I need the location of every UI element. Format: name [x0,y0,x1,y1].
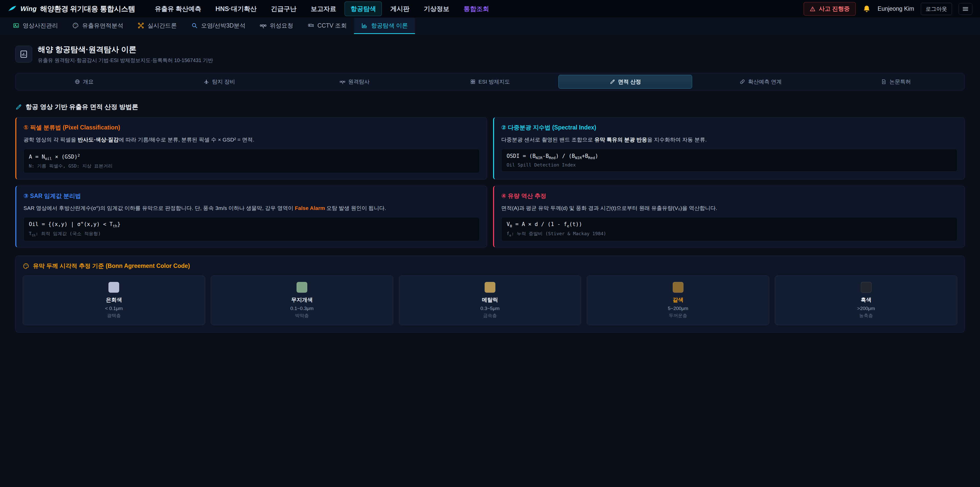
top-nav-item[interactable]: 보고자료 [305,2,342,16]
sub-nav-item[interactable]: 항공탐색 이론 [354,18,415,34]
top-nav-item[interactable]: 유출유 확산예측 [149,2,207,16]
area-estimation-section: 항공 영상 기반 유출유 면적 산정 방법론 ① 픽셀 분류법 (Pixel C… [15,103,965,247]
method-card-title: ② 다중분광 지수법 (Spectral Index) [501,124,957,131]
theory-tab[interactable]: 논문특허 [829,75,963,89]
page-subtitle: 유출유 원격탐지·항공감시 기법·ESI 방제정보지도·등록특허 10-1567… [38,57,213,64]
top-nav-item[interactable]: 게시판 [384,2,415,16]
top-nav-item[interactable]: HNS·대기확산 [210,2,262,16]
bonn-color-name: 흑색 [778,296,954,303]
theory-tab-label: 면적 산정 [618,78,641,85]
color-swatch [673,282,683,293]
sub-nav-item-label: 위성요청 [270,22,293,30]
method-formula-block: A = Noil × (GSD)2N: 기름 픽셀수, GSD: 지상 표본거리 [24,149,479,173]
hamburger-menu-button[interactable] [959,3,972,15]
logout-button[interactable]: 로그아웃 [921,3,952,15]
doc-icon [881,79,886,85]
method-card-body: 다중분광 센서로 촬영된 밴드 조합으로 유막 특유의 분광 반응을 지수화하여… [501,135,957,144]
plane-icon [204,79,209,85]
bonn-color-code-section: 유막 두께 시각적 추정 기준 (Bonn Agreement Color Co… [15,255,965,332]
sub-nav-item[interactable]: 영상사진관리 [6,18,65,34]
satellite-icon [340,79,345,85]
bonn-color-name: 갈색 [590,296,766,303]
sub-nav-item[interactable]: CCTV 조회 [301,18,354,34]
sub-nav-item[interactable]: 위성요청 [253,18,301,34]
method-card-body: SAR 영상에서 후방산란계수(σ°)의 임계값 이하를 유막으로 판정합니다.… [24,204,479,213]
bonn-color-name: 무지개색 [214,296,390,303]
magnifier-icon [191,22,198,29]
page-titles: 해양 항공탐색·원격탐사 이론 유출유 원격탐지·항공감시 기법·ESI 방제정… [38,45,213,64]
method-formula: V0 = A × d / (1 - fe(t)) [507,221,952,228]
bonn-layer-label: 광택층 [26,313,202,319]
photo-icon [13,22,19,29]
theory-tab[interactable]: 탐지 장비 [152,75,286,89]
method-card-body: 광학 영상의 각 픽셀을 반사도·색상·질감에 따라 기름/해수로 분류, 분류… [24,135,479,144]
bonn-color-card: 은회색< 0.1μm광택층 [23,276,205,325]
sub-nav-item[interactable]: 실시간드론 [130,18,184,34]
bonn-section-title: 유막 두께 시각적 추정 기준 (Bonn Agreement Color Co… [23,262,957,270]
color-swatch [108,282,119,293]
method-card-title: ③ SAR 임계값 분리법 [24,192,479,200]
theory-tab[interactable]: 개요 [17,75,151,89]
theory-tab[interactable]: 확산예측 연계 [694,75,827,89]
color-swatch [485,282,495,293]
main-content: 해양 항공탐색·원격탐사 이론 유출유 원격탐지·항공감시 기법·ESI 방제정… [0,34,980,332]
theory-tab[interactable]: 원격탐사 [288,75,422,89]
method-formula-block: OSDI = (BNIR-BRed) / (BNIR+BRed)Oil Spil… [501,149,957,172]
topbar: Wing 해양환경 위기대응 통합시스템 유출유 확산예측HNS·대기확산긴급구… [0,0,980,18]
method-card-title: ④ 유량 역산 추정 [501,192,957,200]
method-card: ② 다중분광 지수법 (Spectral Index)다중분광 센서로 촬영된 … [493,117,965,179]
sub-nav-item-label: 실시간드론 [148,22,177,30]
globe-icon [75,79,80,85]
method-formula: OSDI = (BNIR-BRed) / (BNIR+BRed) [507,153,952,160]
page-header: 해양 항공탐색·원격탐사 이론 유출유 원격탐지·항공감시 기법·ESI 방제정… [15,45,965,64]
satellite-icon [260,22,266,29]
sub-nav-item-label: 유출유면적분석 [82,22,123,30]
method-formula: Oil = {(x,y) | σ°(x,y) < Tth} [29,221,474,228]
link-icon [740,79,745,85]
bonn-color-card: 갈색5~200μm두꺼운층 [587,276,769,325]
sub-nav-item-label: 영상사진관리 [23,22,58,30]
method-card-title: ① 픽셀 분류법 (Pixel Classification) [24,124,479,131]
top-nav-item[interactable]: 기상정보 [418,2,455,16]
methods-grid: ① 픽셀 분류법 (Pixel Classification)광학 영상의 각 … [15,117,965,247]
color-swatch [861,282,872,293]
bonn-layer-label: 박막층 [214,313,390,319]
bonn-color-card: 무지개색0.1~0.3μm박막층 [211,276,393,325]
user-name: Eunjeong Kim [878,5,914,12]
top-nav-item[interactable]: 긴급구난 [265,2,302,16]
bonn-layer-label: 금속층 [402,313,578,319]
theory-tab[interactable]: 면적 산정 [558,75,692,89]
bonn-thickness-range: >200μm [778,306,954,311]
method-card-body: 면적(A)과 평균 유막 두께(d) 및 풍화 경과 시간(t)으로부터 원래 … [501,204,957,213]
brand-title: 해양환경 위기대응 통합시스템 [40,4,135,14]
page-icon-box [15,46,32,62]
page-title: 해양 항공탐색·원격탐사 이론 [38,45,213,55]
bonn-thickness-range: < 0.1μm [26,306,202,311]
cctv-icon [307,22,314,29]
theory-tab[interactable]: ESI 방제지도 [423,75,557,89]
theory-tab-label: 논문특허 [889,78,911,85]
doc-chart-icon [19,50,28,59]
top-nav-item[interactable]: 통합조회 [458,2,495,16]
method-formula-note: N: 기름 픽셀수, GSD: 지상 표본거리 [29,163,474,169]
top-nav-item[interactable]: 항공탐색 [345,2,382,16]
sub-nav-item-label: 오염/선박3D분석 [201,22,245,30]
bonn-color-card: 메탈릭0.3~5μm금속층 [399,276,581,325]
color-swatch [297,282,307,293]
chart-icon [361,22,368,29]
pencil-icon [15,104,22,110]
topbar-right: 사고 진행중 Eunjeong Kim 로그아웃 [803,2,972,16]
bonn-thickness-range: 5~200μm [590,306,766,311]
grid-icon [470,79,476,85]
method-card: ④ 유량 역산 추정면적(A)과 평균 유막 두께(d) 및 풍화 경과 시간(… [493,186,965,247]
method-card: ③ SAR 임계값 분리법SAR 영상에서 후방산란계수(σ°)의 임계값 이하… [15,186,487,247]
incident-status-badge[interactable]: 사고 진행중 [803,2,856,16]
theory-tab-bar: 개요탐지 장비원격탐사ESI 방제지도면적 산정확산예측 연계논문특허 [15,73,965,90]
menu-icon [962,5,969,13]
sub-nav-item[interactable]: 오염/선박3D분석 [184,18,253,34]
notification-bell-icon[interactable] [862,5,871,13]
pencil-icon [610,79,615,85]
bonn-layer-label: 두꺼운층 [590,313,766,319]
bonn-color-name: 은회색 [26,296,202,303]
sub-nav-item[interactable]: 유출유면적분석 [65,18,130,34]
